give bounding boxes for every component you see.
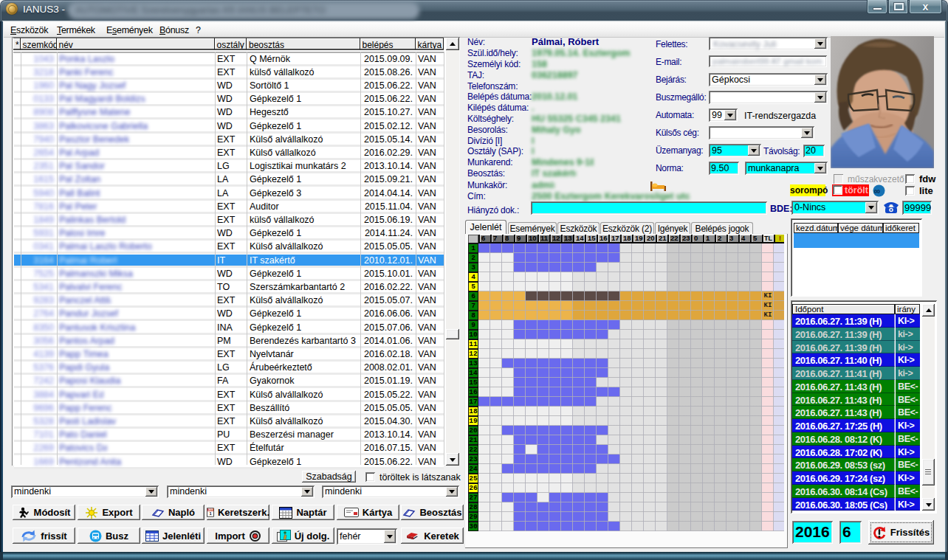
svg-text:1: 1 bbox=[210, 511, 212, 516]
svg-text:∞: ∞ bbox=[874, 186, 881, 196]
